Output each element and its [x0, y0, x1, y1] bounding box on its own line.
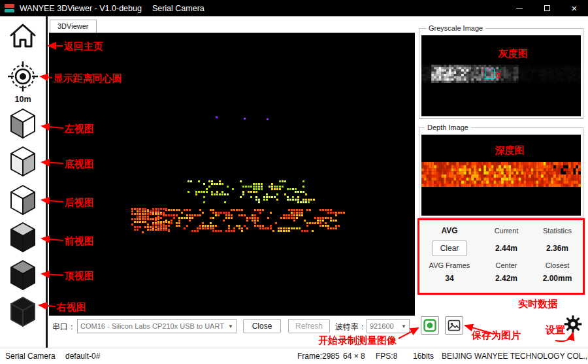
home-button[interactable] [8, 22, 37, 53]
window-controls: × [506, 0, 588, 16]
cube-left-view-icon [8, 108, 37, 139]
chevron-down-icon: ▼ [401, 323, 406, 329]
image-icon [448, 319, 461, 332]
serial-port-select[interactable]: COM16 - Silicon Labs CP210x USB to UART … [77, 319, 237, 333]
baud-rate-select[interactable]: 921600 ▼ [367, 319, 410, 333]
menu-serial-camera[interactable]: Serial Camera [152, 4, 204, 13]
close-button[interactable]: × [561, 0, 588, 16]
annotation-front-view: 前视图 [65, 235, 94, 248]
depth-strip-canvas [421, 162, 581, 187]
status-bits: 16bits [413, 352, 434, 361]
view-left-button[interactable] [8, 108, 37, 142]
cube-top-view-icon [8, 259, 37, 291]
chevron-down-icon: ▼ [228, 323, 233, 329]
view-right-button[interactable] [8, 296, 37, 330]
stats-highlight-rect [417, 218, 585, 295]
annotation-rings: 显示距离同心圆 [54, 73, 122, 85]
serial-refresh-button[interactable]: Refresh [288, 319, 330, 333]
cube-right-view-icon [8, 296, 37, 327]
serial-port-value: COM16 - Silicon Labs CP210x USB to UART … [80, 322, 226, 330]
cube-bottom-view-icon [8, 146, 37, 177]
view-toolbar: 10m [0, 16, 46, 348]
roi-submarker [497, 73, 500, 78]
window-title: WANYEE 3DViewer - V1.0-debug [20, 4, 142, 13]
roi-marker [485, 69, 495, 79]
distance-rings-icon [7, 61, 39, 92]
maximize-icon [544, 5, 550, 11]
status-device-label: default-0# [65, 352, 100, 361]
serial-close-button[interactable]: Close [243, 319, 281, 333]
depth-group-title: Depth Image [425, 124, 471, 131]
view-front-button[interactable] [8, 222, 37, 256]
annotation-bottom-view: 底视图 [65, 158, 94, 171]
annotation-depth: 深度图 [495, 144, 525, 157]
titlebar: WANYEE 3DViewer - V1.0-debug Serial Came… [0, 0, 588, 16]
status-company: BEIJING WANYEE TECHNOLOGY COL.,LTD. [442, 352, 588, 361]
cube-front-view-icon [8, 222, 37, 253]
status-app-label: Serial Camera [5, 352, 56, 361]
record-icon [423, 319, 436, 332]
greyscale-strip-canvas [421, 65, 581, 83]
cube-back-view-icon [8, 184, 37, 216]
greyscale-group-title: Greyscale Image [426, 24, 485, 32]
annotation-record: 开始录制测量图像 [318, 335, 397, 347]
home-icon [8, 22, 37, 50]
minimize-icon [516, 8, 523, 8]
status-resolution: 64 × 8 [343, 352, 365, 361]
minimize-button[interactable] [506, 0, 533, 16]
annotation-top-view: 顶视图 [65, 270, 94, 282]
app-logo-icon [5, 3, 14, 13]
view-top-button[interactable] [8, 259, 37, 293]
annotation-save: 保存为图片 [472, 329, 521, 342]
annotation-right-view: 右视图 [57, 301, 86, 314]
close-icon: × [572, 3, 578, 13]
save-image-button[interactable] [445, 316, 463, 335]
view-bottom-button[interactable] [8, 146, 37, 180]
status-fps: FPS:8 [376, 352, 397, 361]
annotation-settings: 设置 [546, 324, 565, 337]
annotation-left-view: 左视图 [65, 123, 94, 135]
sidebar-divider [46, 16, 48, 348]
annotation-realtime: 实时数据 [518, 298, 557, 310]
maximize-button[interactable] [533, 0, 561, 16]
distance-rings-button[interactable] [7, 61, 39, 95]
statusbar: Serial Camera default-0# Frame:2985 64 ×… [0, 348, 588, 364]
settings-button[interactable] [564, 315, 582, 336]
status-frame: Frame:2985 [297, 352, 340, 361]
gear-icon [564, 315, 582, 333]
record-button[interactable] [421, 316, 439, 335]
annotation-back-view: 后视图 [65, 197, 94, 209]
baud-rate-value: 921600 [370, 322, 399, 330]
tab-3dviewer[interactable]: 3DViewer [50, 20, 97, 33]
view-back-button[interactable] [8, 184, 37, 218]
serial-port-label: 串口： [52, 322, 76, 333]
annotation-greyscale: 灰度图 [498, 48, 528, 60]
range-label: 10m [0, 95, 46, 104]
annotation-home: 返回主页 [64, 41, 103, 53]
baud-rate-label: 波特率： [335, 322, 367, 333]
